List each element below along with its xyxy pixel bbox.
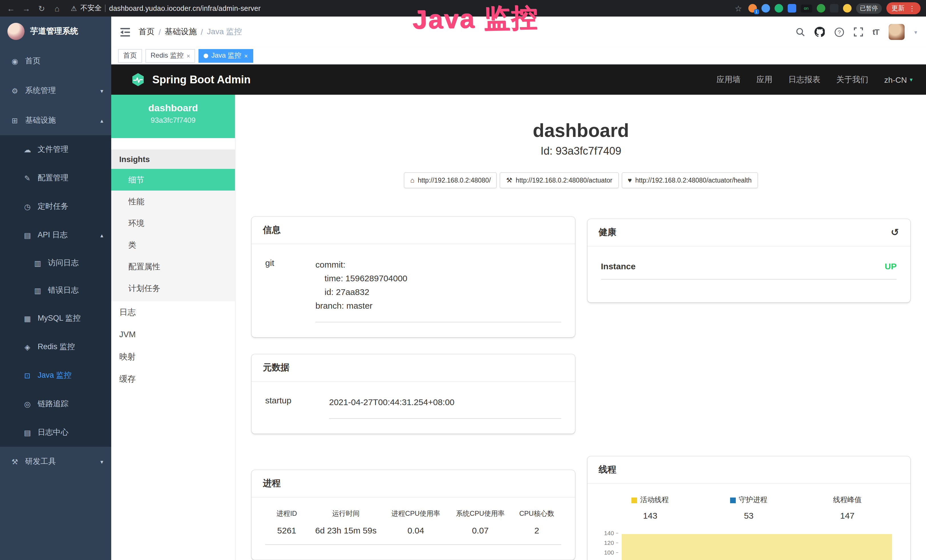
extension-badge: 1 xyxy=(754,9,759,14)
process-header: 系统CPU使用率 xyxy=(448,509,513,519)
breadcrumb-home[interactable]: 首页 xyxy=(139,27,154,37)
active-dot xyxy=(204,53,209,58)
font-size-icon[interactable]: tT xyxy=(873,27,879,36)
locale-label: zh-CN xyxy=(884,75,907,84)
chevron-up-icon: ▴ xyxy=(100,117,103,124)
threads-card: 线程 活动线程 143 xyxy=(587,456,910,560)
tab-bar: 首页 Redis 监控 × Java 监控 × xyxy=(111,47,926,65)
home-icon[interactable]: ⌂ xyxy=(52,4,62,13)
app-logo[interactable]: 芋道管理系统 xyxy=(0,17,111,46)
github-icon[interactable] xyxy=(814,27,825,37)
extension-drop-icon[interactable] xyxy=(761,4,770,12)
chevron-up-icon: ▴ xyxy=(100,232,103,238)
sidebar-item-mysql-monitor[interactable]: ▦ MySQL 监控 xyxy=(0,304,111,333)
actuator-url-link[interactable]: ⚒ http://192.168.0.2:48080/actuator xyxy=(500,172,619,188)
avatar-caret-icon[interactable]: ▾ xyxy=(914,29,917,35)
instance-id: 93a3fc7f7409 xyxy=(111,116,235,124)
extension-switch-icon[interactable]: on xyxy=(800,4,812,12)
help-icon[interactable]: ? xyxy=(834,27,844,37)
screenshot-root: ← → ↻ ⌂ ⚠ 不安全 dashboard.yudao.iocoder.cn… xyxy=(0,0,926,560)
back-icon[interactable]: ← xyxy=(6,4,16,13)
user-avatar[interactable] xyxy=(889,24,905,40)
sidebar-item-scheduled-tasks[interactable]: ◷ 定时任务 xyxy=(0,192,111,221)
sba-menu-details[interactable]: 细节 xyxy=(111,169,235,191)
extension-grid-icon[interactable] xyxy=(787,4,796,12)
sidebar-item-label: 链路追踪 xyxy=(38,399,68,409)
extension-smiley-icon[interactable] xyxy=(843,4,851,12)
legend-label-peak: 线程峰值 xyxy=(833,495,861,505)
sba-instance-box[interactable]: dashboard 93a3fc7f7409 xyxy=(111,95,235,138)
breadcrumb-infra[interactable]: 基础设施 xyxy=(165,27,197,37)
health-url-link[interactable]: ♥ http://192.168.0.2:48080/actuator/heal… xyxy=(622,172,758,188)
sba-menu-scheduled-tasks[interactable]: 计划任务 xyxy=(111,277,235,299)
service-url-link[interactable]: ⌂ http://192.168.0.2:48080/ xyxy=(404,172,497,188)
sba-menu-jvm[interactable]: JVM xyxy=(111,324,235,346)
extension-leaf-icon[interactable] xyxy=(817,4,825,12)
sba-menu-caches[interactable]: 缓存 xyxy=(111,368,235,390)
sidebar-item-config-management[interactable]: ✎ 配置管理 xyxy=(0,164,111,192)
url-separator xyxy=(105,5,106,12)
paused-badge[interactable]: 已暂停 xyxy=(856,3,882,14)
sba-menu-metrics[interactable]: 性能 xyxy=(111,191,235,212)
sba-nav-journal[interactable]: 日志报表 xyxy=(788,74,820,85)
extension-fox-icon[interactable]: 1 xyxy=(748,4,757,12)
sidebar-item-label: 研发工具 xyxy=(25,456,56,467)
app-header: 首页 / 基础设施 / Java 监控 ? xyxy=(111,17,926,47)
sidebar-item-label: 首页 xyxy=(25,56,41,66)
tab-home[interactable]: 首页 xyxy=(118,49,142,62)
sidebar-item-log-center[interactable]: ▤ 日志中心 xyxy=(0,418,111,447)
sidebar-item-dev-tools[interactable]: ⚒ 研发工具 ▾ xyxy=(0,447,111,477)
sidebar-item-java-monitor[interactable]: ⊡ Java 监控 xyxy=(0,361,111,390)
bookmark-star-icon[interactable]: ☆ xyxy=(733,4,743,13)
y-tick: 100 xyxy=(601,549,618,556)
health-row: Instance UP xyxy=(601,261,897,280)
sidebar-item-api-logs[interactable]: ▤ API 日志 ▴ xyxy=(0,221,111,249)
sba-nav-about[interactable]: 关于我们 xyxy=(837,74,869,85)
sba-menu-config-props[interactable]: 配置属性 xyxy=(111,256,235,277)
sba-brand-title[interactable]: Spring Boot Admin xyxy=(152,73,251,86)
browser-menu-icon[interactable]: ⋮ xyxy=(909,4,915,12)
sba-locale-select[interactable]: zh-CN ▾ xyxy=(884,75,912,84)
legend-value-peak: 147 xyxy=(798,511,897,520)
sidebar-item-system-management[interactable]: ⚙ 系统管理 ▾ xyxy=(0,76,111,106)
sba-menu-classes[interactable]: 类 xyxy=(111,234,235,256)
process-table: 进程ID 运行时间 进程CPU使用率 系统CPU使用率 CPU核心数 5261 … xyxy=(265,509,561,545)
search-icon[interactable] xyxy=(796,27,805,36)
update-button[interactable]: 更新 ⋮ xyxy=(887,2,921,14)
threads-area-series xyxy=(622,534,892,560)
sba-menu-mappings[interactable]: 映射 xyxy=(111,346,235,368)
sba-nav-wallboard[interactable]: 应用墙 xyxy=(717,74,741,85)
sidebar-item-label: 基础设施 xyxy=(25,115,56,126)
close-icon[interactable]: × xyxy=(244,52,248,59)
close-icon[interactable]: × xyxy=(186,52,190,59)
reload-icon[interactable]: ↻ xyxy=(36,4,47,13)
sidebar-item-file-management[interactable]: ☁ 文件管理 xyxy=(0,135,111,164)
sidebar-item-infrastructure[interactable]: ⊞ 基础设施 ▴ xyxy=(0,106,111,135)
sidebar-item-home[interactable]: ◉ 首页 xyxy=(0,46,111,76)
chevron-down-icon: ▾ xyxy=(100,459,103,465)
url-bar[interactable]: ⚠ 不安全 dashboard.yudao.iocoder.cn/infra/a… xyxy=(71,3,261,13)
sba-menu-logs[interactable]: 日志 xyxy=(111,301,235,324)
sba-menu-environment[interactable]: 环境 xyxy=(111,212,235,234)
fullscreen-icon[interactable] xyxy=(854,27,863,36)
sidebar-item-error-logs[interactable]: ▥ 错误日志 xyxy=(0,277,111,304)
legend-label-live: 活动线程 xyxy=(640,495,669,505)
forward-icon[interactable]: → xyxy=(21,4,31,13)
sba-nav-applications[interactable]: 应用 xyxy=(757,74,773,85)
url-text[interactable]: dashboard.yudao.iocoder.cn/infra/admin-s… xyxy=(109,4,261,12)
extension-puzzle-icon[interactable] xyxy=(830,4,838,12)
extension-green-icon[interactable] xyxy=(774,4,783,12)
sba-sidebar: dashboard 93a3fc7f7409 Insights 细节 性能 环境… xyxy=(111,95,236,560)
hamburger-icon[interactable] xyxy=(120,28,130,36)
sidebar-item-redis-monitor[interactable]: ◈ Redis 监控 xyxy=(0,333,111,361)
sidebar-item-link-tracing[interactable]: ◎ 链路追踪 xyxy=(0,390,111,418)
history-icon[interactable]: ↺ xyxy=(891,227,899,239)
tab-redis-monitor[interactable]: Redis 监控 × xyxy=(145,49,195,62)
card-title: 健康 xyxy=(599,227,616,239)
tab-java-monitor[interactable]: Java 监控 × xyxy=(199,49,253,62)
metadata-key-startup: startup xyxy=(265,395,329,419)
cloud-icon: ☁ xyxy=(23,145,32,154)
breadcrumb-current: Java 监控 xyxy=(207,27,242,37)
breadcrumb: 首页 / 基础设施 / Java 监控 xyxy=(139,27,242,37)
sidebar-item-access-logs[interactable]: ▥ 访问日志 xyxy=(0,249,111,277)
